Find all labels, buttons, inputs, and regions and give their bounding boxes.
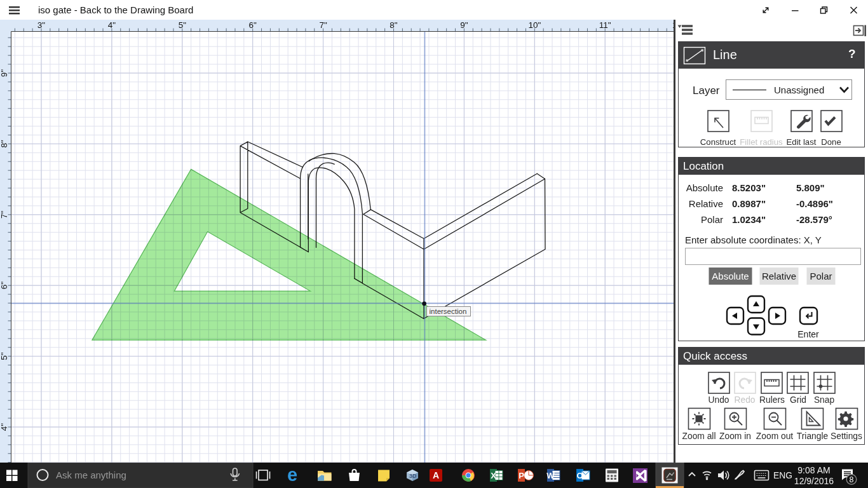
svg-text:6": 6" (0, 281, 9, 290)
svg-text:8: 8 (850, 475, 854, 484)
svg-text:7": 7" (0, 210, 9, 219)
svg-text:12/9/2016: 12/9/2016 (794, 476, 834, 486)
svg-text:intersection: intersection (430, 308, 467, 315)
svg-text:Snap: Snap (814, 395, 835, 405)
svg-text:?: ? (848, 47, 856, 60)
svg-text:5": 5" (179, 20, 187, 30)
svg-text:11": 11" (599, 20, 611, 30)
svg-text:6": 6" (249, 20, 257, 30)
svg-text:Triangle: Triangle (797, 431, 829, 441)
svg-text:0.8987": 0.8987" (732, 198, 766, 209)
svg-text:Layer: Layer (693, 85, 720, 97)
svg-text:9": 9" (0, 69, 9, 78)
svg-text:ENG: ENG (773, 471, 792, 480)
svg-text:3": 3" (37, 20, 46, 30)
svg-text:Relative: Relative (689, 198, 723, 209)
svg-text:O: O (576, 471, 583, 480)
svg-text:Fillet radius: Fillet radius (740, 137, 783, 147)
svg-text:-0.4896": -0.4896" (796, 198, 833, 209)
svg-text:Edit last: Edit last (787, 137, 817, 147)
svg-text:Unassigned: Unassigned (774, 85, 824, 95)
svg-text:8": 8" (0, 140, 9, 148)
svg-text:9:08 AM: 9:08 AM (797, 465, 830, 475)
svg-text:Relative: Relative (762, 271, 796, 281)
svg-text:e: e (287, 464, 297, 485)
svg-text:Line: Line (713, 48, 737, 62)
svg-text:Location: Location (683, 160, 724, 172)
svg-text:4": 4" (0, 423, 9, 431)
svg-text:Absolute: Absolute (686, 182, 723, 193)
svg-text:Done: Done (821, 137, 841, 147)
svg-text:Zoom in: Zoom in (719, 431, 751, 441)
svg-text:Zoom out: Zoom out (756, 431, 793, 441)
svg-text:5": 5" (0, 352, 9, 360)
svg-text:Enter: Enter (797, 329, 819, 339)
svg-text:Quick access: Quick access (683, 350, 747, 362)
svg-text:Absolute: Absolute (712, 271, 749, 281)
svg-text:10": 10" (528, 20, 541, 30)
svg-text:Construct: Construct (700, 137, 736, 147)
svg-text:A: A (433, 470, 439, 480)
svg-text:P: P (519, 471, 524, 480)
svg-text:4": 4" (108, 20, 116, 30)
svg-text:5.809": 5.809" (796, 182, 825, 193)
svg-text:W: W (546, 471, 555, 480)
svg-text:Settings: Settings (831, 431, 862, 441)
svg-text:7": 7" (319, 20, 327, 30)
svg-text:Polar: Polar (810, 271, 832, 281)
svg-text:8": 8" (390, 20, 398, 30)
svg-text:1.0234": 1.0234" (732, 214, 766, 225)
svg-text:8.5203": 8.5203" (732, 182, 766, 193)
svg-text:Redo: Redo (735, 395, 756, 405)
svg-text:Ask me anything: Ask me anything (56, 470, 126, 480)
svg-text:Grid: Grid (790, 395, 806, 405)
svg-text:3D: 3D (409, 473, 417, 479)
svg-text:9": 9" (460, 20, 468, 30)
svg-text:Zoom all: Zoom all (682, 431, 716, 441)
svg-text:Rulers: Rulers (759, 395, 785, 405)
svg-text:X: X (491, 471, 496, 480)
svg-text:Undo: Undo (709, 395, 729, 405)
svg-text:-28.579°: -28.579° (796, 214, 832, 225)
svg-text:Enter absolute coordinates: X,: Enter absolute coordinates: X, Y (685, 234, 822, 245)
svg-text:Polar: Polar (701, 214, 723, 225)
